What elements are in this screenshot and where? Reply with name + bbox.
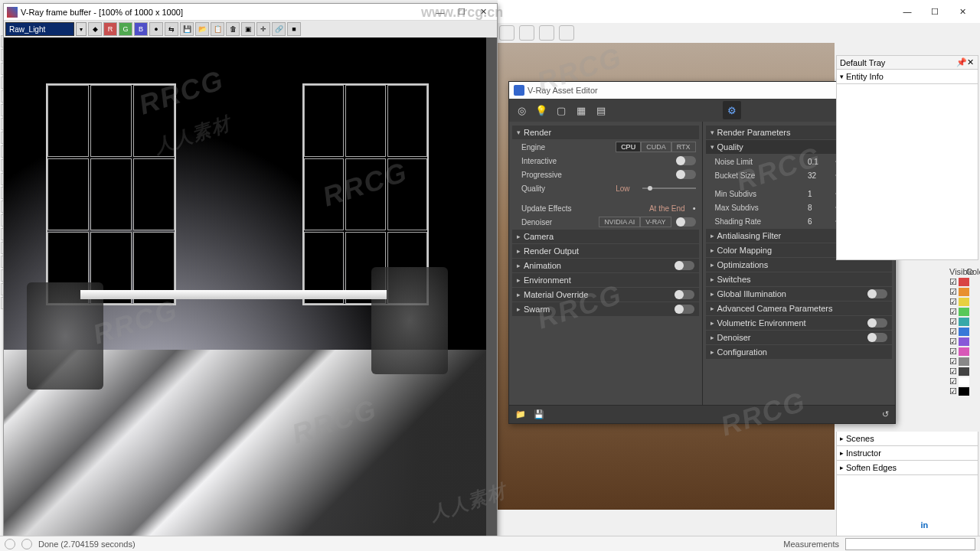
denoiser-pills[interactable]: NVIDIA AI V-RAY <box>599 217 671 227</box>
swarm-toggle[interactable] <box>675 305 694 314</box>
tag-visible-checkbox[interactable]: ☑ <box>948 377 959 386</box>
tray-soften-edges[interactable]: ▸Soften Edges <box>836 461 978 475</box>
vfb-region-icon[interactable]: ▣ <box>241 22 255 36</box>
maximize-button[interactable]: ☐ <box>923 3 946 20</box>
vfb-link-icon[interactable]: 🔗 <box>272 22 286 36</box>
vfb-channel-arrow[interactable]: ▾ <box>76 22 87 36</box>
close-button[interactable]: ✕ <box>951 3 974 20</box>
ae-folder-icon[interactable]: 📁 <box>515 409 526 419</box>
tag-visible-checkbox[interactable]: ☑ <box>948 328 959 336</box>
bucket-size-value[interactable]: 32 <box>808 171 831 180</box>
vfb-channel-dropdown[interactable]: Raw_Light <box>5 22 74 36</box>
ae-reset-icon[interactable]: ↺ <box>882 409 889 419</box>
vray-viewport-icon[interactable] <box>539 25 554 41</box>
vfb-green-channel[interactable]: G <box>119 22 132 36</box>
ae-save-icon[interactable]: 💾 <box>534 409 544 419</box>
vfb-rgb-icon[interactable]: ◆ <box>88 22 102 36</box>
tag-visible-checkbox[interactable]: ☑ <box>948 308 959 316</box>
tag-color-swatch[interactable] <box>959 357 969 366</box>
tray-header[interactable]: Default Tray 📌✕ <box>836 55 978 70</box>
progressive-toggle[interactable] <box>676 170 696 179</box>
tag-color-swatch[interactable] <box>959 377 969 386</box>
ae-section-vol-env[interactable]: ▸Volumetric Environment <box>706 316 893 330</box>
ae-tab-geometry[interactable]: ▢ <box>552 101 570 119</box>
animation-toggle[interactable] <box>675 261 694 270</box>
ae-section-render-output[interactable]: ▸Render Output <box>512 244 699 258</box>
tag-color-swatch[interactable] <box>959 318 969 326</box>
tag-color-swatch[interactable] <box>959 288 969 296</box>
tag-visible-checkbox[interactable]: ☑ <box>948 387 959 396</box>
vray-interactive-icon[interactable] <box>519 25 534 41</box>
vol-env-toggle[interactable] <box>867 318 887 328</box>
vfb-load-icon[interactable]: 📂 <box>195 22 209 36</box>
tray-close-icon[interactable]: ✕ <box>965 57 975 67</box>
update-effects-value[interactable]: At the End <box>649 204 685 213</box>
interactive-toggle[interactable] <box>676 156 696 165</box>
minimize-button[interactable]: — <box>896 3 919 20</box>
shading-rate-value[interactable]: 6 <box>808 217 831 226</box>
vfb-clipboard-icon[interactable]: 📋 <box>211 22 224 36</box>
ae-section-config[interactable]: ▸Configuration <box>706 345 893 359</box>
tag-color-swatch[interactable] <box>959 328 969 336</box>
ae-tab-settings[interactable]: ⚙ <box>723 101 741 119</box>
ae-section-swarm[interactable]: ▸Swarm <box>512 302 699 316</box>
gi-toggle[interactable] <box>867 289 887 298</box>
measurements-input[interactable] <box>845 538 975 550</box>
tag-visible-checkbox[interactable]: ☑ <box>948 288 959 296</box>
noise-limit-value[interactable]: 0.1 <box>808 158 831 166</box>
vfb-save-icon[interactable]: 💾 <box>180 22 194 36</box>
tag-color-swatch[interactable] <box>959 347 969 356</box>
tag-color-swatch[interactable] <box>959 308 969 316</box>
vfb-switch-icon[interactable]: ⇆ <box>165 22 178 36</box>
ae-section-adv-camera[interactable]: ▸Advanced Camera Parameters <box>706 302 893 315</box>
tray-instructor[interactable]: ▸Instructor <box>836 446 978 461</box>
ae-section-animation[interactable]: ▸Animation <box>512 259 699 272</box>
denoiser-vray[interactable]: V-RAY <box>640 217 671 227</box>
quality-slider[interactable] <box>642 187 696 189</box>
ae-tab-render-elements[interactable]: ▤ <box>592 101 610 119</box>
denoiser2-toggle[interactable] <box>867 333 887 342</box>
tray-scenes[interactable]: ▸Scenes <box>836 432 978 446</box>
ae-tab-textures[interactable]: ▦ <box>572 101 590 119</box>
engine-cuda[interactable]: CUDA <box>641 142 671 152</box>
engine-rtx[interactable]: RTX <box>671 142 696 152</box>
engine-cpu[interactable]: CPU <box>616 142 641 152</box>
denoiser-toggle[interactable] <box>676 217 696 227</box>
vfb-scrollbar[interactable] <box>486 37 497 549</box>
tag-visible-checkbox[interactable]: ☑ <box>948 298 959 306</box>
tag-visible-checkbox[interactable]: ☑ <box>948 337 959 346</box>
tag-color-swatch[interactable] <box>959 298 969 306</box>
min-subdivs-value[interactable]: 1 <box>808 190 831 198</box>
ae-section-camera[interactable]: ▸Camera <box>512 230 699 243</box>
tray-pin-icon[interactable]: 📌 <box>956 57 965 67</box>
tag-visible-checkbox[interactable]: ☑ <box>948 278 959 286</box>
vfb-stop-icon[interactable]: ■ <box>287 22 301 36</box>
tag-color-swatch[interactable] <box>959 387 969 396</box>
tag-color-swatch[interactable] <box>959 367 969 376</box>
tray-entity-info[interactable]: ▾Entity Info <box>836 70 978 84</box>
engine-pills[interactable]: CPU CUDA RTX <box>616 142 695 152</box>
tag-visible-checkbox[interactable]: ☑ <box>948 367 959 376</box>
vfb-clear-icon[interactable]: 🗑 <box>226 22 240 36</box>
vfb-blue-channel[interactable]: B <box>134 22 148 36</box>
ae-section-render[interactable]: ▾Render <box>512 126 699 139</box>
tag-color-swatch[interactable] <box>959 278 969 286</box>
vray-render-icon[interactable] <box>499 25 514 41</box>
ae-section-environment[interactable]: ▸Environment <box>512 273 699 287</box>
tag-visible-checkbox[interactable]: ☑ <box>948 318 959 326</box>
tag-visible-checkbox[interactable]: ☑ <box>948 347 959 356</box>
help-icon[interactable] <box>5 539 15 549</box>
ae-section-gi[interactable]: ▸Global Illumination <box>706 287 893 301</box>
tag-visible-checkbox[interactable]: ☑ <box>948 357 959 366</box>
max-subdivs-value[interactable]: 8 <box>808 204 831 212</box>
vfb-mono-icon[interactable]: ● <box>149 22 163 36</box>
vfb-render-viewport[interactable] <box>4 37 497 549</box>
material-override-toggle[interactable] <box>675 290 694 299</box>
ae-section-material-override[interactable]: ▸Material Override <box>512 288 699 302</box>
ae-tab-materials[interactable]: ◎ <box>512 101 531 119</box>
user-icon[interactable] <box>21 539 32 549</box>
ae-tab-lights[interactable]: 💡 <box>532 101 550 119</box>
vfb-track-icon[interactable]: ✛ <box>256 22 270 36</box>
ae-section-denoiser2[interactable]: ▸Denoiser <box>706 331 893 344</box>
vray-lock-icon[interactable] <box>559 25 574 41</box>
